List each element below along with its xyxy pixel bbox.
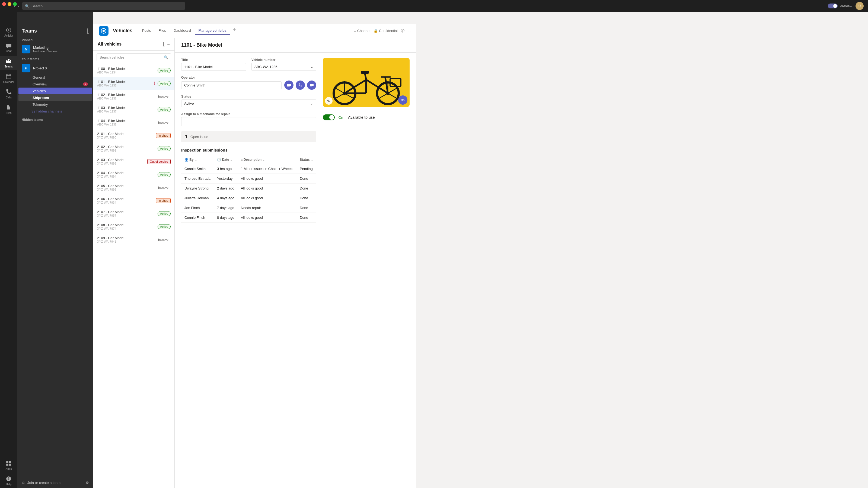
channel-overview[interactable]: Overview 2 xyxy=(19,81,92,88)
maximize-button[interactable] xyxy=(13,2,17,6)
tab-dashboard[interactable]: Dashboard xyxy=(170,27,194,35)
sidebar-item-apps[interactable]: Apps xyxy=(0,458,18,473)
preview-toggle-switch[interactable] xyxy=(828,3,838,8)
join-create-team[interactable]: ⛭ Join or create a team ⚙ xyxy=(18,478,93,488)
vehicle-info: 2103 - Car Model XYZ-WA-7892 xyxy=(97,158,145,165)
col-by[interactable]: 👤 By ⌄ xyxy=(181,156,214,164)
tab-files[interactable]: Files xyxy=(155,27,169,35)
confidential-link[interactable]: 🔒 Confidential xyxy=(373,29,398,33)
window-controls[interactable] xyxy=(2,2,17,6)
info-icon[interactable]: ⓘ xyxy=(401,29,404,33)
sidebar-item-files[interactable]: Files xyxy=(0,102,18,117)
vehicle-info: 2107 - Car Model XYZ-WA-7957 xyxy=(97,210,155,217)
status-select[interactable]: Active ⌄ xyxy=(181,99,316,107)
inspection-status: Done xyxy=(297,193,316,203)
more-options-icon[interactable]: ··· xyxy=(86,66,89,70)
video-call-button[interactable] xyxy=(284,80,293,90)
vehicle-list-item[interactable]: 2101 - Car Model XYZ-WA-7890 In shop xyxy=(93,129,175,142)
filter-vehicles-icon[interactable]: ⎣ xyxy=(163,42,165,46)
filter-icon[interactable]: ⎣ xyxy=(87,29,89,34)
sidebar-item-calendar[interactable]: Calendar xyxy=(0,71,18,86)
confidential-label: Confidential xyxy=(379,29,398,33)
channel-telemetry[interactable]: Telemetry xyxy=(19,101,92,108)
add-tab-icon[interactable]: + xyxy=(231,27,238,35)
top-bar: ‹ › 🔍 Search Preview U xyxy=(0,0,868,12)
vehicle-list-item[interactable]: 1102 - Bike Model ABC-WA-1236 Inactive xyxy=(93,90,175,103)
overview-label: Overview xyxy=(33,82,47,86)
vehicle-code: XYZ-WA-7874 xyxy=(97,227,155,230)
hidden-channels-link[interactable]: 32 hidden channels xyxy=(18,108,93,115)
vehicle-search-box[interactable]: 🔍 xyxy=(97,54,171,61)
chat-label: Chat xyxy=(6,50,11,53)
edit-image-button[interactable]: ✎ xyxy=(325,97,333,105)
more-icon[interactable]: ··· xyxy=(408,29,411,33)
vehicle-list-item[interactable]: 2108 - Car Model XYZ-WA-7874 Active xyxy=(93,220,175,233)
inspection-by: Jon Finch xyxy=(181,203,214,213)
vehicle-info: 1100 - Bike Model ABC-WA-1234 xyxy=(97,67,155,74)
sidebar-item-activity[interactable]: Activity xyxy=(0,25,18,39)
global-search[interactable]: 🔍 Search xyxy=(22,2,185,10)
forward-button[interactable]: › xyxy=(18,3,19,9)
tab-posts[interactable]: Posts xyxy=(139,27,154,35)
phone-call-button[interactable] xyxy=(296,80,305,90)
col-date[interactable]: 🕐 Date ⌄ xyxy=(214,156,238,164)
vehicle-number-select[interactable]: ABC-WA-1235 ⌄ xyxy=(251,63,316,71)
vehicle-list-item[interactable]: 2105 - Car Model XYZ-WA-7895 Inactive xyxy=(93,181,175,194)
sidebar-item-help[interactable]: Help xyxy=(0,474,18,488)
tab-manage-vehicles[interactable]: Manage vehicles xyxy=(195,27,230,35)
vehicle-list-panel: All vehicles ⎣ ··· 🔍 1100 - Bike Model A… xyxy=(93,38,175,488)
inspection-row: Connie Smith 3 hrs ago 1 Minor issues in… xyxy=(181,164,316,174)
inspection-status: Done xyxy=(297,213,316,223)
detail-panel: 1101 - Bike Model Title Vehicle number xyxy=(175,38,416,488)
header-right: ≡ Channel 🔒 Confidential ⓘ ··· xyxy=(354,29,411,33)
search-icon: 🔍 xyxy=(25,4,29,8)
sidebar-item-chat[interactable]: Chat xyxy=(0,40,18,55)
bike-image xyxy=(323,58,410,107)
vehicle-list-item[interactable]: 2109 - Car Model XYZ-WA-7941 Inactive xyxy=(93,233,175,246)
vehicle-list-item[interactable]: 2106 - Car Model XYZ-WA-7934 In shop xyxy=(93,194,175,207)
available-toggle[interactable] xyxy=(323,115,335,120)
operator-row xyxy=(181,80,316,90)
operator-input[interactable] xyxy=(181,82,282,89)
settings-icon[interactable]: ⚙ xyxy=(86,481,89,485)
detail-title: 1101 - Bike Model xyxy=(181,42,222,48)
condition-score: 95 xyxy=(398,95,407,105)
more-vehicles-icon[interactable]: ··· xyxy=(167,42,170,46)
vehicle-list-item[interactable]: 1103 - Bike Model ABC-WA-1237 Active xyxy=(93,103,175,116)
assign-input[interactable] xyxy=(181,117,316,126)
vehicle-info: 2105 - Car Model XYZ-WA-7895 xyxy=(97,184,154,191)
status-chevron-icon: ⌄ xyxy=(310,101,313,105)
close-button[interactable] xyxy=(2,2,6,6)
vehicle-info: 2101 - Car Model XYZ-WA-7890 xyxy=(97,132,154,139)
vehicle-search-input[interactable] xyxy=(99,55,162,59)
title-input[interactable] xyxy=(181,63,246,71)
assign-group: Assign to a mechanic for repair xyxy=(181,112,316,126)
teams-sidebar: Teams ⎣ Pinned N Marketing Northwind Tra… xyxy=(18,12,93,488)
vehicle-list-item[interactable]: 2107 - Car Model XYZ-WA-7957 Active xyxy=(93,207,175,220)
col-description[interactable]: ≡ Description ⌄ xyxy=(238,156,297,164)
sidebar-item-projectx[interactable]: P Project X ··· xyxy=(19,62,92,74)
user-avatar[interactable]: U xyxy=(856,2,864,10)
sidebar-item-calls[interactable]: Calls xyxy=(0,87,18,101)
chat-operator-button[interactable] xyxy=(307,80,316,90)
vehicle-list-title: All vehicles xyxy=(98,42,122,46)
vehicle-list-item[interactable]: 2102 - Car Model XYZ-WA-7891 Active xyxy=(93,142,175,155)
channel-shiproom[interactable]: Shiproom xyxy=(19,94,92,101)
content-body: All vehicles ⎣ ··· 🔍 1100 - Bike Model A… xyxy=(93,38,416,488)
available-toggle-knob xyxy=(329,115,334,120)
minimize-button[interactable] xyxy=(8,2,11,6)
vehicle-list-item[interactable]: 1101 - Bike Model ABC-WA-1235 ! Active xyxy=(93,77,175,90)
preview-toggle[interactable]: Preview xyxy=(828,3,852,8)
vehicle-list-item[interactable]: 1104 - Bike Model ABC-WA-1238 Inactive xyxy=(93,116,175,129)
vehicle-list-item[interactable]: 2104 - Car Model XYZ-WA-7894 Active xyxy=(93,168,175,181)
sidebar-item-marketing[interactable]: N Marketing Northwind Traders xyxy=(19,43,92,55)
issue-count: 1 xyxy=(185,134,188,140)
inspection-status: Done xyxy=(297,203,316,213)
vehicle-list-item[interactable]: 1100 - Bike Model ABC-WA-1234 Active xyxy=(93,64,175,77)
channel-link[interactable]: ≡ Channel xyxy=(354,29,370,33)
vehicle-list-item[interactable]: 2103 - Car Model XYZ-WA-7892 Out of serv… xyxy=(93,155,175,168)
channel-general[interactable]: General xyxy=(19,74,92,81)
channel-vehicles[interactable]: Vehicles xyxy=(19,88,92,94)
col-status[interactable]: Status ⌄ xyxy=(297,156,316,164)
sidebar-item-teams[interactable]: Teams xyxy=(0,56,18,70)
